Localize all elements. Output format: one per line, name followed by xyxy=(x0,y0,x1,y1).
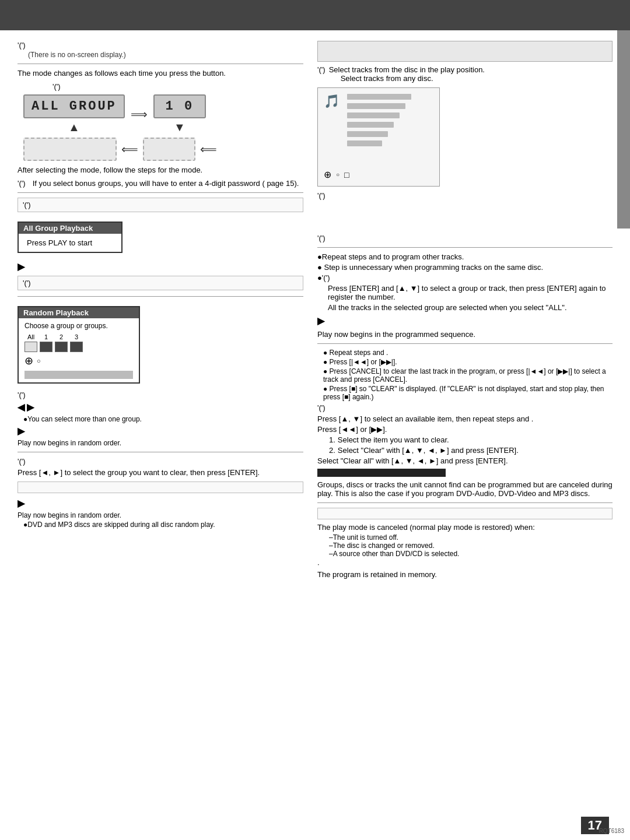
program-memory: The program is retained in memory. xyxy=(317,570,612,579)
all-group-box: All Group Playback Press PLAY to start xyxy=(18,222,123,253)
num2: 2. xyxy=(329,446,335,455)
arrow-left-2: ⟸ xyxy=(200,142,217,156)
bullet-more-group: ●You can select more than one group. xyxy=(23,415,303,423)
right-spacer xyxy=(317,202,612,231)
press-av: Press [▲, ▼] to select an available item… xyxy=(317,414,612,423)
play-random2: Play now begins in random order. xyxy=(18,511,303,519)
select-text1: Select tracks from the disc in the play … xyxy=(329,65,485,74)
arrow-right-1: ⟹ xyxy=(131,107,148,121)
track-line-3 xyxy=(347,113,400,118)
bullet2: ● Repeat steps and . xyxy=(323,349,612,357)
dashed-display-1 xyxy=(23,138,117,161)
random-choose: Choose a group or groups. xyxy=(24,322,133,330)
apostrophe-last: · xyxy=(317,560,612,568)
all-tracks-text: All the tracks in the selected group are… xyxy=(328,303,612,312)
disc-image-box: 🎵 ⊕ ○ □ xyxy=(317,87,440,187)
small-icon-bottom: ○ xyxy=(336,171,340,178)
bottom-bar-right xyxy=(317,508,612,519)
arrow-down-1: ▼ xyxy=(174,121,186,134)
lcd-display-2: 1 0 xyxy=(153,94,206,118)
random-title: Random Playback xyxy=(19,307,139,318)
bottom-step-bar xyxy=(18,481,303,493)
divider-r3 xyxy=(317,502,612,503)
apostrophe-right2: '(') xyxy=(317,191,326,200)
select-clear-all: Select "Clear all" with [▲, ▼, ◄, ►] and… xyxy=(317,456,612,465)
cancel-off: –The unit is turned off. xyxy=(329,533,612,542)
program-icon-bottom: □ xyxy=(344,170,349,180)
all-group-title: All Group Playback xyxy=(19,223,121,234)
bullet5: ● Press [■] so "CLEAR" is displayed. (If… xyxy=(323,385,612,401)
divider-r2 xyxy=(317,343,612,344)
enter-text: Press [ENTER] and [▲, ▼] to select a gro… xyxy=(328,284,612,301)
nav-icon-bottom: ⊕ xyxy=(324,169,331,180)
right-side-tab xyxy=(617,30,630,229)
cancel-source: –A source other than DVD/CD is selected. xyxy=(329,550,612,558)
arrow-play2: ▶ xyxy=(18,498,303,509)
bottom-icons: ⊕ ○ □ xyxy=(324,169,349,180)
arrow-left-1: ⟸ xyxy=(121,142,138,156)
step-bar-apostrophe: '(') xyxy=(23,201,31,209)
disc-label-2: 2 xyxy=(60,333,63,340)
dashed-display-2 xyxy=(143,138,195,161)
disc-selector: All 1 2 3 xyxy=(24,333,133,352)
clear-apostrophe: '(') xyxy=(18,457,26,466)
page-header xyxy=(0,0,630,30)
select-clear: Select "Clear" with [▲, ▼, ◄, ►] and pre… xyxy=(338,446,519,455)
no-display-note: (There is no on-screen display.) xyxy=(28,51,303,59)
mode-change-text: The mode changes as follows each time yo… xyxy=(18,69,303,78)
play-mode-cancel: The play mode is canceled (normal play m… xyxy=(317,523,612,532)
num1: 1. xyxy=(329,435,335,444)
after-select-text: After selecting the mode, follow the ste… xyxy=(18,166,303,174)
arrows-lr: ◀ ▶ xyxy=(18,402,34,412)
play-random: Play now begins in random order. xyxy=(18,439,303,447)
disc-slot-1 xyxy=(40,342,52,352)
numbered-list: 1. Select the item you want to clear. 2.… xyxy=(329,435,612,455)
track-line-6 xyxy=(347,140,382,146)
lcd-display-1: ALL GROUP xyxy=(23,94,125,118)
divider-1 xyxy=(18,64,303,64)
clear-text: Press [◄, ►] to select the group you wan… xyxy=(18,468,303,477)
apostrophe-c: '(') xyxy=(317,403,326,412)
rqt-number: RQT6183 xyxy=(599,828,624,834)
disc-nav-icon: ⊕ xyxy=(24,354,33,367)
apostrophe-2: '(') xyxy=(52,82,303,91)
random-box: Random Playback Choose a group or groups… xyxy=(18,306,140,384)
apostrophe-random: '(') xyxy=(18,391,26,399)
disc-small-icon: ○ xyxy=(37,357,41,364)
divider-2 xyxy=(18,192,303,193)
black-bar xyxy=(317,469,446,477)
bonus-apostrophe: '(') xyxy=(18,179,26,188)
track-line-4 xyxy=(347,122,394,128)
step-note: ● Step is unnecessary when programming t… xyxy=(317,263,612,272)
disc-slot-3 xyxy=(70,342,83,352)
step-bar-2-apostrophe: '(') xyxy=(23,279,31,287)
bonus-note: If you select bonus groups, you will hav… xyxy=(33,179,299,188)
bullet4: ● Press [CANCEL] to clear the last track… xyxy=(323,367,612,384)
disc-slot-all xyxy=(24,342,37,352)
top-right-display xyxy=(317,41,612,62)
right-column: '(') Select tracks from the disc in the … xyxy=(317,41,612,581)
step-arrow-1: ▶ xyxy=(18,261,303,272)
disc-label-all: All xyxy=(27,333,34,340)
divider-3 xyxy=(18,296,303,297)
divider-r1 xyxy=(317,247,612,248)
track-line-2 xyxy=(347,103,405,109)
track-line-1 xyxy=(347,94,411,100)
select-text2: Select tracks from any disc. xyxy=(341,74,485,83)
disc-top-icon: 🎵 xyxy=(324,94,340,109)
dvd-skip: ●DVD and MP3 discs are skipped during al… xyxy=(23,521,303,529)
track-lines xyxy=(347,94,439,146)
cancel-disc: –The disc is changed or removed. xyxy=(329,542,612,550)
bullet3: ● Press [|◄◄] or [▶▶|]. xyxy=(323,358,612,366)
apostrophe-1: '(') xyxy=(18,41,303,50)
press-skip2: Press [◄◄] or [▶▶]. xyxy=(317,425,612,434)
apostrophe-bullet: ●'(') xyxy=(317,273,612,282)
disc-slot-2 xyxy=(55,342,68,352)
left-column: '(') (There is no on-screen display.) Th… xyxy=(18,41,303,581)
apostrophe-select: '(') xyxy=(317,65,326,83)
arrow-up-1: ▲ xyxy=(68,121,80,134)
disc-label-1: 1 xyxy=(44,333,48,340)
track-line-5 xyxy=(347,131,388,137)
repeat-steps: ●Repeat steps and to program other track… xyxy=(317,252,612,261)
groups-note: Groups, discs or tracks the unit cannot … xyxy=(317,480,612,498)
